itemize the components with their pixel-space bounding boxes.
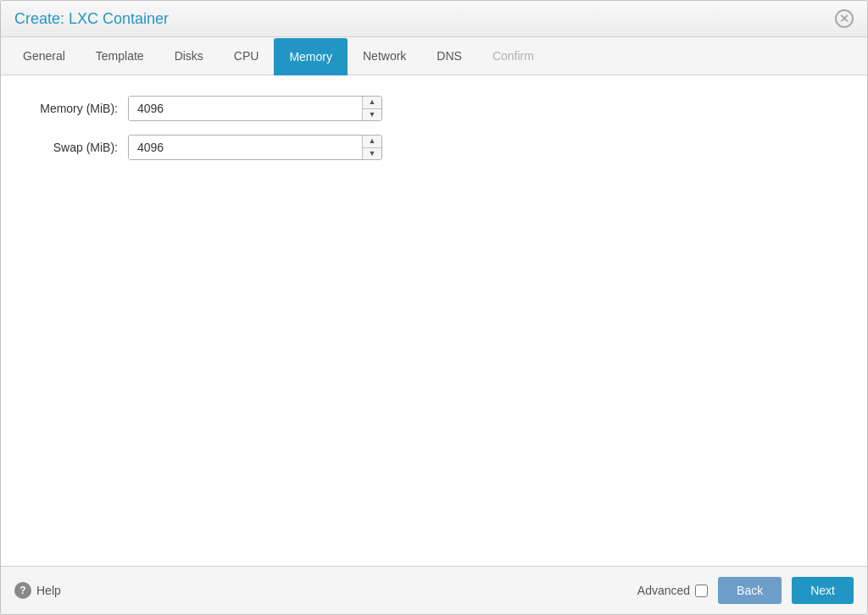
tab-confirm: Confirm <box>477 37 549 75</box>
swap-row: Swap (MiB): ▲ ▼ <box>18 135 850 160</box>
footer-left: ? Help <box>14 582 61 599</box>
tab-network[interactable]: Network <box>348 37 421 75</box>
memory-spinners: ▲ ▼ <box>362 97 381 120</box>
advanced-checkbox[interactable] <box>695 585 708 597</box>
content-area: Memory (MiB): ▲ ▼ Swap (MiB): <box>1 75 867 566</box>
dialog-title: Create: LXC Container <box>14 10 169 28</box>
create-lxc-dialog: Create: LXC Container ✕ General Template… <box>0 0 868 615</box>
back-button[interactable]: Back <box>718 577 782 604</box>
swap-increment-button[interactable]: ▲ <box>363 136 381 148</box>
tab-dns[interactable]: DNS <box>421 37 477 75</box>
memory-decrement-button[interactable]: ▼ <box>363 109 381 121</box>
next-button[interactable]: Next <box>792 577 854 604</box>
memory-input-wrapper: ▲ ▼ <box>128 96 382 121</box>
swap-label: Swap (MiB): <box>18 141 128 154</box>
dialog-footer: ? Help Advanced Back Next <box>1 566 867 614</box>
chevron-up-icon: ▲ <box>369 98 376 106</box>
close-button[interactable]: ✕ <box>835 9 854 28</box>
help-label: Help <box>36 584 61 597</box>
swap-input[interactable] <box>129 136 362 159</box>
help-button[interactable]: ? Help <box>14 582 61 599</box>
dialog-header: Create: LXC Container ✕ <box>1 1 867 37</box>
footer-right: Advanced Back Next <box>637 577 854 604</box>
tab-template[interactable]: Template <box>81 37 159 75</box>
tab-disks[interactable]: Disks <box>159 37 219 75</box>
advanced-checkbox-label[interactable]: Advanced <box>637 584 708 597</box>
memory-row: Memory (MiB): ▲ ▼ <box>18 96 850 121</box>
memory-input[interactable] <box>129 97 362 120</box>
memory-label: Memory (MiB): <box>18 102 128 115</box>
tab-general[interactable]: General <box>8 37 81 75</box>
help-icon: ? <box>14 582 31 599</box>
memory-increment-button[interactable]: ▲ <box>363 97 381 109</box>
tab-bar: General Template Disks CPU Memory Networ… <box>1 37 867 75</box>
close-icon: ✕ <box>839 13 849 25</box>
swap-spinners: ▲ ▼ <box>362 136 381 159</box>
swap-input-wrapper: ▲ ▼ <box>128 135 382 160</box>
swap-decrement-button[interactable]: ▼ <box>363 148 381 160</box>
chevron-down-icon: ▼ <box>369 111 376 119</box>
tab-cpu[interactable]: CPU <box>219 37 275 75</box>
chevron-up-icon: ▲ <box>369 137 376 145</box>
advanced-label-text: Advanced <box>637 584 690 597</box>
chevron-down-icon: ▼ <box>369 150 376 158</box>
tab-memory[interactable]: Memory <box>274 38 348 75</box>
